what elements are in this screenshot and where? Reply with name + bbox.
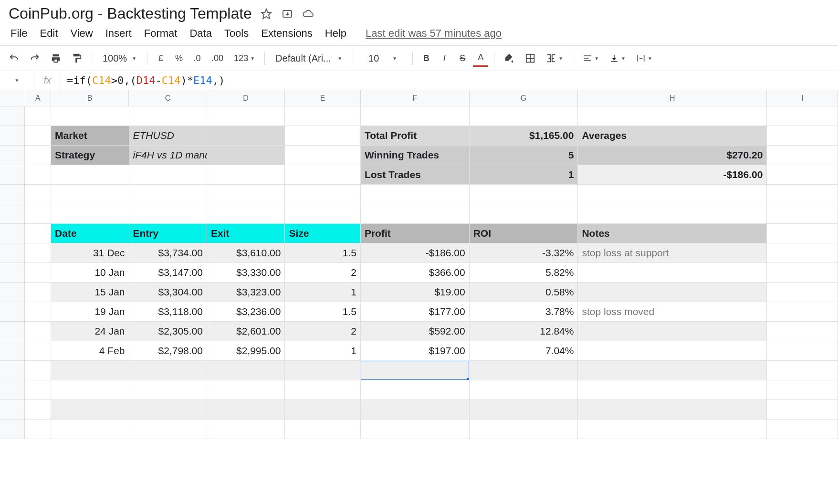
merge-cells-button[interactable]: ▼ bbox=[542, 50, 567, 67]
print-button[interactable] bbox=[47, 50, 65, 67]
percent-format-button[interactable]: % bbox=[171, 50, 187, 67]
app-header: CoinPub.org - Backtesting Template File … bbox=[0, 0, 838, 46]
table-row: 4 Feb $2,798.00 $2,995.00 1 $197.00 7.04… bbox=[0, 341, 838, 361]
menu-bar: File Edit View Insert Format Data Tools … bbox=[9, 22, 829, 45]
value-strategy[interactable]: iF4H vs 1D manual bbox=[129, 146, 207, 165]
cloud-status-icon[interactable] bbox=[303, 8, 314, 20]
font-size-select[interactable]: 10▼ bbox=[359, 53, 407, 64]
th-entry[interactable]: Entry bbox=[129, 224, 207, 243]
currency-format-button[interactable]: £ bbox=[153, 50, 168, 67]
vertical-align-button[interactable]: ▼ bbox=[606, 50, 629, 67]
italic-button[interactable]: I bbox=[437, 50, 452, 67]
svg-marker-0 bbox=[262, 9, 271, 19]
text-color-button[interactable]: A bbox=[473, 50, 488, 67]
th-date[interactable]: Date bbox=[51, 224, 129, 243]
table-row: 19 Jan $3,118.00 $3,236.00 1.5 $177.00 3… bbox=[0, 302, 838, 322]
menu-help[interactable]: Help bbox=[325, 27, 346, 40]
value-lost[interactable]: 1 bbox=[470, 165, 578, 185]
menu-data[interactable]: Data bbox=[189, 27, 211, 40]
th-notes[interactable]: Notes bbox=[578, 224, 767, 243]
star-icon[interactable] bbox=[261, 8, 272, 20]
col-header[interactable]: E bbox=[285, 90, 360, 106]
col-header[interactable]: B bbox=[51, 90, 129, 106]
move-icon[interactable] bbox=[282, 8, 293, 20]
font-family-select[interactable]: Default (Ari...▼ bbox=[271, 53, 347, 64]
col-header[interactable]: D bbox=[207, 90, 285, 106]
menu-file[interactable]: File bbox=[10, 27, 27, 40]
col-header[interactable]: H bbox=[578, 90, 767, 106]
label-lost[interactable]: Lost Trades bbox=[361, 165, 470, 185]
table-row: 10 Jan $3,147.00 $3,330.00 2 $366.00 5.8… bbox=[0, 263, 838, 283]
paint-format-button[interactable] bbox=[68, 50, 86, 67]
fill-color-button[interactable] bbox=[500, 50, 518, 67]
column-headers: A B C D E F G H I bbox=[0, 90, 838, 106]
zoom-select[interactable]: 100%▼ bbox=[98, 53, 141, 64]
col-header[interactable]: C bbox=[129, 90, 207, 106]
label-winning[interactable]: Winning Trades bbox=[361, 146, 470, 165]
menu-insert[interactable]: Insert bbox=[105, 27, 132, 40]
value-total-profit[interactable]: $1,165.00 bbox=[470, 126, 578, 146]
label-market[interactable]: Market bbox=[51, 126, 129, 146]
redo-button[interactable] bbox=[26, 50, 44, 67]
menu-edit[interactable]: Edit bbox=[40, 27, 58, 40]
value-market[interactable]: ETHUSD bbox=[129, 126, 207, 146]
label-averages[interactable]: Averages bbox=[578, 126, 767, 146]
menu-extensions[interactable]: Extensions bbox=[261, 27, 313, 40]
table-row: 15 Jan $3,304.00 $3,323.00 1 $19.00 0.58… bbox=[0, 283, 838, 302]
undo-button[interactable] bbox=[5, 50, 23, 67]
menu-view[interactable]: View bbox=[70, 27, 93, 40]
select-all-corner[interactable] bbox=[0, 90, 25, 106]
formula-input[interactable]: =if( C14 >0,( D14 - C14 )* E14 ,) bbox=[61, 74, 838, 86]
increase-decimal-button[interactable]: .00 bbox=[208, 50, 227, 67]
formula-bar: ▼ fx =if( C14 >0,( D14 - C14 )* E14 ,) bbox=[0, 71, 838, 90]
th-roi[interactable]: ROI bbox=[470, 224, 578, 243]
strikethrough-button[interactable]: S bbox=[455, 50, 470, 67]
name-box[interactable]: ▼ bbox=[0, 71, 34, 90]
col-header[interactable]: G bbox=[470, 90, 578, 106]
last-edit-link[interactable]: Last edit was 57 minutes ago bbox=[366, 27, 502, 40]
spreadsheet-grid[interactable]: A B C D E F G H I Market ETHUSD Total Pr… bbox=[0, 90, 838, 439]
fx-icon: fx bbox=[34, 71, 61, 90]
label-total-profit[interactable]: Total Profit bbox=[361, 126, 470, 146]
value-winning[interactable]: 5 bbox=[470, 146, 578, 165]
doc-title[interactable]: CoinPub.org - Backtesting Template bbox=[9, 5, 252, 22]
avg-winning[interactable]: $270.20 bbox=[578, 146, 767, 165]
toolbar: 100%▼ £ % .0 .00 123▼ Default (Ari...▼ 1… bbox=[0, 46, 838, 71]
menu-tools[interactable]: Tools bbox=[224, 27, 249, 40]
label-strategy[interactable]: Strategy bbox=[51, 146, 129, 165]
text-wrap-button[interactable]: ▼ bbox=[632, 50, 656, 67]
menu-format[interactable]: Format bbox=[144, 27, 178, 40]
th-profit[interactable]: Profit bbox=[361, 224, 470, 243]
col-header[interactable]: F bbox=[361, 90, 470, 106]
avg-lost[interactable]: -$186.00 bbox=[578, 165, 767, 185]
th-size[interactable]: Size bbox=[285, 224, 361, 243]
borders-button[interactable] bbox=[521, 50, 539, 67]
th-exit[interactable]: Exit bbox=[207, 224, 285, 243]
horizontal-align-button[interactable]: ▼ bbox=[579, 50, 603, 67]
col-header[interactable]: A bbox=[25, 90, 51, 106]
decrease-decimal-button[interactable]: .0 bbox=[189, 50, 205, 67]
table-row: 31 Dec $3,734.00 $3,610.00 1.5 -$186.00 … bbox=[0, 243, 838, 263]
table-row: 24 Jan $2,305.00 $2,601.00 2 $592.00 12.… bbox=[0, 322, 838, 341]
bold-button[interactable]: B bbox=[419, 50, 434, 67]
more-formats-button[interactable]: 123▼ bbox=[230, 50, 259, 67]
col-header[interactable]: I bbox=[767, 90, 838, 106]
active-cell[interactable] bbox=[361, 361, 470, 380]
